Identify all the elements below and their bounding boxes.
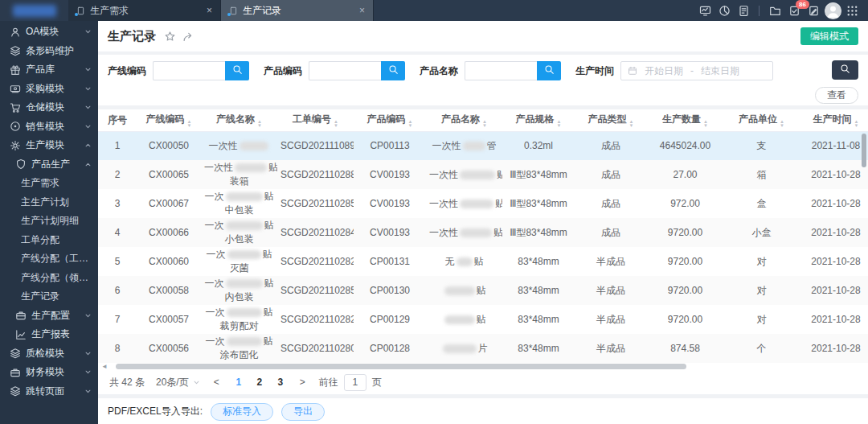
avatar[interactable] xyxy=(823,0,842,21)
apps-grid-icon[interactable] xyxy=(842,0,862,21)
line-code-input[interactable] xyxy=(153,61,225,80)
sort-icon[interactable]: ▲▼ xyxy=(334,120,338,128)
goto-page-input[interactable] xyxy=(344,374,366,391)
sidebar-item[interactable]: OA模块 xyxy=(0,23,98,42)
page-numbers: 123 xyxy=(233,377,286,388)
table-row[interactable]: 7CX00057一次贴裁剪配对SCGD202110282336CP00129贴8… xyxy=(98,305,868,334)
sidebar-item[interactable]: 生产报表 xyxy=(0,325,98,344)
horizontal-scrollbar-thumb[interactable] xyxy=(116,364,686,369)
view-button[interactable]: 查看 xyxy=(815,87,858,104)
vertical-scrollbar[interactable] xyxy=(862,134,866,167)
date-range-picker[interactable]: - xyxy=(620,61,773,80)
sidebar-item-label: 财务模块 xyxy=(26,365,64,379)
line-code-search-button[interactable] xyxy=(225,61,249,80)
next-page-button[interactable]: > xyxy=(297,377,308,388)
scroll-left-arrow-icon[interactable]: ◄ xyxy=(101,364,108,370)
sidebar-item[interactable]: 销售模块 xyxy=(0,117,98,137)
table-cell: 成品 xyxy=(575,218,647,247)
column-header[interactable]: 产线编码▲▼ xyxy=(137,109,201,131)
table-row[interactable]: 5CX00060一次贴灭菌SCGD202110282829CP00131无贴83… xyxy=(98,247,868,276)
column-header[interactable]: 产品类型▲▼ xyxy=(575,109,647,131)
page-number[interactable]: 1 xyxy=(233,377,244,388)
sort-icon[interactable]: ▲▼ xyxy=(482,120,487,128)
table-row[interactable]: 4CX00066一次贴小包装SCGD202110284414CV00193一次性… xyxy=(98,218,868,247)
layers-icon xyxy=(10,385,21,397)
sidebar-item[interactable]: 生产计划明细 xyxy=(0,212,98,231)
product-name-input[interactable] xyxy=(465,61,537,80)
cell-text: 一次性 xyxy=(204,162,233,173)
prev-page-button[interactable]: < xyxy=(211,377,222,388)
table-row[interactable]: 3CX00067一次贴中包装SCGD202110285489CV00193一次性… xyxy=(98,189,868,218)
page-number[interactable]: 3 xyxy=(275,377,286,388)
table-row[interactable]: 2CX00065一次性贴装箱SCGD202110288457CV00193一次性… xyxy=(98,160,868,189)
logo-area[interactable] xyxy=(0,0,68,21)
sidebar-menu: OA模块条形码维护产品库采购模块仓储模块销售模块生产模块产品生产生产需求主生产计… xyxy=(0,23,98,401)
sidebar-item[interactable]: 仓储模块 xyxy=(0,98,98,117)
column-header[interactable]: 生产数量▲▼ xyxy=(647,109,723,131)
folder-icon[interactable] xyxy=(765,0,784,21)
records-table: 序号产线编码▲▼产线名称▲▼工单编号▲▼产品编码▲▼产品名称▲▼产品规格▲▼产品… xyxy=(98,109,868,363)
sidebar-item[interactable]: 产线分配（领料） xyxy=(0,269,98,288)
sort-icon[interactable]: ▲▼ xyxy=(629,120,634,128)
page-size-select[interactable]: 20条/页 xyxy=(156,376,200,389)
sort-icon[interactable]: ▲▼ xyxy=(257,120,262,128)
column-header[interactable]: 生产时间▲▼ xyxy=(800,109,868,131)
sidebar-item[interactable]: 主生产计划 xyxy=(0,193,98,212)
cell-text: 内包装 xyxy=(225,291,254,303)
column-header[interactable]: 工单编号▲▼ xyxy=(277,109,354,131)
sidebar-item[interactable]: 财务模块 xyxy=(0,363,98,382)
star-icon[interactable] xyxy=(164,31,176,43)
sidebar-item[interactable]: 产线分配（工单） xyxy=(0,249,98,269)
global-search-button[interactable] xyxy=(832,60,858,80)
column-header[interactable]: 产品单位▲▼ xyxy=(723,109,800,131)
pie-chart-icon[interactable] xyxy=(714,0,734,21)
product-code-search-button[interactable] xyxy=(381,61,405,80)
edit-doc-icon[interactable] xyxy=(804,0,823,21)
tab[interactable]: 生产需求× xyxy=(68,0,221,21)
sidebar-item[interactable]: 产品库 xyxy=(0,60,98,80)
chevron-up-icon xyxy=(84,161,92,168)
sidebar-item[interactable]: 质检模块 xyxy=(0,344,98,364)
monitor-icon[interactable] xyxy=(695,0,714,21)
table-row[interactable]: 8CX00056一次贴涂布固化SCGD202110280920CP00128片8… xyxy=(98,334,868,363)
sort-icon[interactable]: ▲▼ xyxy=(557,120,562,128)
report-icon[interactable] xyxy=(734,0,753,21)
sort-icon[interactable]: ▲▼ xyxy=(854,120,859,128)
table-row[interactable]: 6CX00058一次贴内包装SCGD202110285592CP00130贴83… xyxy=(98,276,868,305)
sidebar-item[interactable]: 生产配置 xyxy=(0,307,98,326)
edit-mode-button[interactable]: 编辑模式 xyxy=(800,27,858,45)
sidebar-item[interactable]: 生产模块 xyxy=(0,136,98,155)
product-name-search-button[interactable] xyxy=(537,61,561,80)
tab[interactable]: 生产记录× xyxy=(221,0,374,21)
sidebar-item[interactable]: 生产记录 xyxy=(0,287,98,307)
sort-icon[interactable]: ▲▼ xyxy=(187,120,192,128)
column-header[interactable]: 产品编码▲▼ xyxy=(354,109,426,131)
column-header[interactable]: 产品名称▲▼ xyxy=(426,109,502,131)
horizontal-scrollbar[interactable]: ◄ xyxy=(101,363,865,370)
start-date-input[interactable] xyxy=(641,64,687,77)
page-number[interactable]: 2 xyxy=(254,377,265,388)
sidebar-item[interactable]: 生产需求 xyxy=(0,174,98,193)
date-separator: - xyxy=(690,65,694,76)
share-icon[interactable] xyxy=(182,31,194,43)
sort-icon[interactable]: ▲▼ xyxy=(780,120,784,128)
product-code-input[interactable] xyxy=(309,61,381,80)
sidebar-item[interactable]: 采购模块 xyxy=(0,80,98,99)
sidebar-item[interactable]: 条形码维护 xyxy=(0,42,98,61)
standard-import-button[interactable]: 标准导入 xyxy=(211,403,273,421)
sidebar-item[interactable]: 跳转页面 xyxy=(0,382,98,401)
sidebar-item[interactable]: 产品生产 xyxy=(0,155,98,175)
column-header[interactable]: 产线名称▲▼ xyxy=(201,109,277,131)
table-cell: CV00193 xyxy=(354,189,426,218)
close-icon[interactable]: × xyxy=(207,6,212,15)
close-icon[interactable]: × xyxy=(359,6,365,15)
table-row[interactable]: 1CX00050一次性SCGD202111089136CP00113一次性管0.… xyxy=(98,131,868,160)
sidebar-item[interactable]: 工单分配 xyxy=(0,231,98,250)
sort-icon[interactable]: ▲▼ xyxy=(408,120,413,128)
sort-icon[interactable]: ▲▼ xyxy=(703,120,708,128)
table-cell: 对 xyxy=(723,247,800,276)
todo-icon[interactable]: 86 xyxy=(784,0,804,21)
export-button[interactable]: 导出 xyxy=(281,403,325,421)
end-date-input[interactable] xyxy=(697,64,743,77)
column-header[interactable]: 产品规格▲▼ xyxy=(502,109,575,131)
